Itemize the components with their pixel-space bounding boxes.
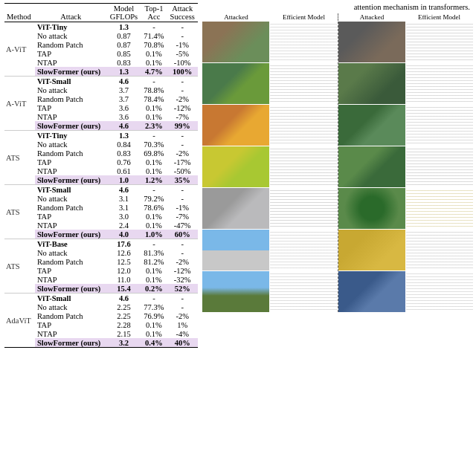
success-cell: -1% [167, 40, 198, 49]
col-top1: Top-1Acc [141, 4, 167, 22]
model-gflops-2: 1.3 [107, 131, 141, 140]
gflops-cell: 0.61 [107, 166, 141, 175]
gflops-cell: 2.4 [107, 221, 141, 230]
image-row-2 [202, 63, 473, 104]
top1-cell: 0.1% [141, 112, 167, 121]
attack-name: Random Patch [35, 203, 107, 212]
col-header-4: Efficient Model [405, 13, 473, 21]
success-cell: - [167, 85, 198, 94]
gflops-cell: 11.0 [107, 275, 141, 284]
gflops-cell: 0.87 [107, 31, 141, 40]
success-cell: -2% [167, 257, 198, 266]
gflops-cell: 3.1 [107, 203, 141, 212]
gflops-cell: 12.5 [107, 257, 141, 266]
gflops-cell: 2.15 [107, 329, 141, 338]
success-cell: -12% [167, 103, 198, 112]
attack-name: TAP [35, 49, 107, 58]
img-4-4 [406, 146, 473, 187]
attack-name: NTAP [35, 329, 107, 338]
attack-name: No attack [35, 85, 107, 94]
model-header-0: ViT-Tiny [35, 22, 107, 32]
img-2-1 [202, 63, 269, 104]
img-7-2 [270, 271, 337, 312]
gflops-cell: 12.6 [107, 248, 141, 257]
top1-cell: 0.1% [141, 329, 167, 338]
top1-cell: 81.2% [141, 257, 167, 266]
img-5-2 [270, 188, 337, 229]
success-cell: 99% [167, 121, 198, 131]
model-header-3: ViT-Small [35, 185, 107, 195]
img-3-1 [202, 105, 269, 146]
model-gflops-0: 1.3 [107, 22, 141, 32]
success-cell: -50% [167, 166, 198, 175]
success-cell: - [167, 31, 198, 40]
attack-name: SlowFormer (ours) [35, 67, 107, 77]
top1-cell: 0.4% [141, 338, 167, 348]
right-header-text: attention mechanism in transformers. [202, 3, 473, 11]
image-row-6 [202, 230, 473, 270]
model-top1-dash-0: - [141, 22, 167, 32]
gflops-cell: 3.6 [107, 103, 141, 112]
model-top1-dash-2: - [141, 131, 167, 140]
img-5-4 [406, 188, 473, 229]
gflops-cell: 3.7 [107, 94, 141, 103]
model-top1-dash-4: - [141, 239, 167, 249]
gflops-cell: 4.0 [107, 230, 141, 239]
attack-name: SlowFormer (ours) [35, 338, 107, 348]
img-7-1 [202, 271, 269, 312]
model-success-dash-5: - [167, 294, 198, 303]
image-rows [202, 22, 473, 312]
attack-name: SlowFormer (ours) [35, 230, 107, 239]
success-cell: -7% [167, 212, 198, 221]
model-header-5: ViT-Small [35, 294, 107, 303]
attack-name: TAP [35, 320, 107, 329]
img-4-2 [270, 146, 337, 187]
gflops-cell: 0.83 [107, 58, 141, 67]
attack-name: NTAP [35, 112, 107, 121]
image-col-headers: Attacked Efficient Model Attacked Effici… [202, 13, 473, 21]
gflops-cell: 3.6 [107, 112, 141, 121]
model-success-dash-0: - [167, 22, 198, 32]
attack-name: No attack [35, 140, 107, 149]
attack-name: SlowFormer (ours) [35, 175, 107, 185]
gflops-cell: 2.25 [107, 302, 141, 311]
model-top1-dash-1: - [141, 77, 167, 86]
top1-cell: 4.7% [141, 67, 167, 77]
top1-cell: 69.8% [141, 149, 167, 158]
success-cell: 52% [167, 284, 198, 294]
attack-name: Random Patch [35, 40, 107, 49]
model-top1-dash-5: - [141, 294, 167, 303]
gflops-cell: 4.6 [107, 121, 141, 131]
top1-cell: 71.4% [141, 31, 167, 40]
model-top1-dash-3: - [141, 185, 167, 195]
success-cell: -32% [167, 275, 198, 284]
attack-name: TAP [35, 103, 107, 112]
success-cell: 100% [167, 67, 198, 77]
col-header-3: Attacked [338, 13, 405, 21]
img-1-2 [270, 22, 337, 62]
img-2-3 [338, 63, 405, 104]
attack-name: No attack [35, 194, 107, 203]
top1-cell: 0.1% [141, 103, 167, 112]
gflops-cell: 2.28 [107, 320, 141, 329]
success-cell: 1% [167, 320, 198, 329]
img-1-3 [338, 22, 405, 62]
model-header-2: ViT-Tiny [35, 131, 107, 140]
success-cell: -2% [167, 311, 198, 320]
attack-name: TAP [35, 158, 107, 166]
img-5-3 [338, 188, 405, 229]
success-cell: 40% [167, 338, 198, 348]
img-5-1 [202, 188, 269, 229]
img-3-4 [406, 105, 473, 146]
success-cell: - [167, 302, 198, 311]
img-7-3 [338, 271, 405, 312]
top1-cell: 78.4% [141, 94, 167, 103]
gflops-cell: 3.0 [107, 212, 141, 221]
top1-cell: 0.1% [141, 275, 167, 284]
image-row-1 [202, 22, 473, 62]
attack-name: NTAP [35, 275, 107, 284]
col-gflops: ModelGFLOPs [107, 4, 141, 22]
col-method: Method [4, 4, 35, 22]
top1-cell: 1.0% [141, 230, 167, 239]
attack-name: SlowFormer (ours) [35, 121, 107, 131]
